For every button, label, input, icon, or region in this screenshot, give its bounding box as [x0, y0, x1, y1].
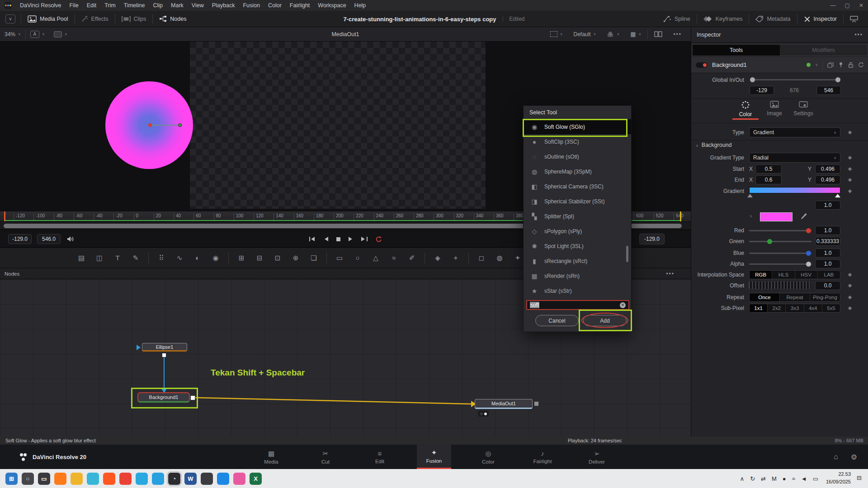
gradient-end-handle[interactable] — [178, 123, 182, 127]
resize-icon[interactable]: ⊡ — [272, 254, 283, 262]
menu-timeline[interactable]: Timeline — [124, 2, 145, 9]
menu-color[interactable]: Color — [268, 2, 282, 9]
lock-icon[interactable] — [848, 62, 854, 68]
node-output-connector[interactable] — [162, 353, 166, 357]
notifications-icon[interactable]: ⊟ — [857, 474, 862, 481]
metadata-button[interactable]: Metadata — [749, 11, 797, 27]
page-color[interactable]: ◎Color — [471, 445, 505, 469]
gradient-control-handle[interactable] — [150, 125, 180, 126]
tool-item-splitter-spl[interactable]: ▚Splitter (Spl) — [524, 209, 631, 224]
tab-tools[interactable]: Tools — [693, 45, 780, 56]
loop-button[interactable] — [375, 236, 382, 243]
keyframes-button[interactable]: Keyframes — [697, 11, 749, 27]
merge-3d-icon[interactable]: ◈ — [432, 254, 443, 262]
menu-fairlight[interactable]: Fairlight — [290, 2, 310, 9]
menu-file[interactable]: File — [69, 2, 78, 9]
color-curves-icon[interactable]: ∿ — [174, 254, 185, 262]
expander-chevron[interactable]: › — [750, 213, 752, 219]
play-reverse-button[interactable] — [323, 236, 329, 242]
gradient-start-handle[interactable] — [148, 123, 152, 127]
shape-3d-icon[interactable]: ◻ — [476, 254, 487, 262]
menu-mark[interactable]: Mark — [171, 2, 184, 9]
section-background[interactable]: ∨ Background — [696, 142, 732, 148]
stop-button[interactable] — [336, 237, 341, 242]
go-to-end-button[interactable] — [361, 236, 368, 242]
media-out-icon[interactable]: ◫ — [94, 254, 105, 262]
merge-icon[interactable]: ⊕ — [290, 254, 301, 262]
page-deliver[interactable]: ➢Deliver — [580, 445, 614, 469]
node-mediaout1[interactable]: MediaOut1 — [475, 399, 533, 409]
blue-knob[interactable] — [806, 251, 811, 256]
interp-rgb[interactable]: RGB — [750, 271, 772, 279]
page-fusion[interactable]: ✦Fusion — [417, 445, 451, 469]
panel-layout-button[interactable] — [844, 11, 864, 27]
sphere-3d-icon[interactable]: ◍ — [494, 254, 505, 262]
glow-icon[interactable]: ◉ — [210, 254, 221, 262]
subpixel-4x4[interactable]: 4x4 — [804, 304, 822, 312]
bspline-mask-icon[interactable]: ≈ — [388, 254, 399, 262]
keyframe-diamond-icon[interactable]: ◆ — [847, 294, 853, 300]
node-input-triangle[interactable] — [137, 345, 141, 350]
dialog-scrollbar[interactable] — [626, 246, 628, 262]
keyframe-diamond-icon[interactable]: ◆ — [847, 155, 853, 160]
offset-field[interactable]: 0.0 — [815, 281, 840, 290]
cancel-button[interactable]: Cancel — [535, 315, 579, 326]
crop-icon[interactable]: ⊟ — [254, 254, 265, 262]
range-end-knob[interactable] — [835, 77, 840, 82]
gradient-value-field[interactable]: 1.0 — [815, 201, 840, 210]
versions-icon[interactable] — [827, 62, 834, 68]
red-field[interactable]: 1.0 — [815, 226, 840, 235]
go-to-start-button[interactable] — [309, 236, 316, 242]
global-out-field[interactable]: 546 — [816, 86, 841, 95]
taskbar-clock[interactable]: 22.53 16/09/2025 — [819, 470, 851, 486]
subtab-image[interactable]: Image — [759, 100, 790, 117]
red-slider[interactable] — [749, 230, 811, 231]
menu-workspace[interactable]: Workspace — [318, 2, 346, 9]
taskbar-calculator-icon[interactable] — [201, 473, 213, 485]
dual-viewer-button[interactable] — [650, 31, 667, 37]
media-in-icon[interactable]: ▤ — [76, 254, 87, 262]
start-x-field[interactable]: 0.5 — [755, 164, 782, 174]
interp-hls[interactable]: HLS — [772, 271, 795, 279]
blue-field[interactable]: 1.0 — [815, 249, 840, 258]
keyframe-diamond-icon[interactable]: ◆ — [847, 272, 853, 277]
close-button[interactable]: ✕ — [859, 2, 863, 9]
zoom-select[interactable]: 34%∨ — [0, 31, 25, 38]
node-output-connector[interactable] — [534, 401, 539, 406]
tab-modifiers[interactable]: Modifiers — [780, 45, 867, 56]
keyframe-diamond-icon[interactable]: ◆ — [847, 305, 853, 311]
contrast-icon[interactable]: ◐ — [192, 254, 203, 262]
end-y-field[interactable]: 0.496 — [815, 175, 840, 184]
menu-clip[interactable]: Clip — [153, 2, 163, 9]
tray-expand-icon[interactable]: ∧ — [740, 475, 745, 482]
offset-slider[interactable] — [748, 281, 811, 289]
blue-slider[interactable] — [749, 253, 811, 254]
node-enable-toggle[interactable] — [696, 62, 708, 68]
paint-mask-icon[interactable]: ✐ — [406, 254, 417, 262]
layer-icon[interactable]: ❏ — [308, 254, 319, 262]
page-cut[interactable]: ✂Cut — [308, 445, 343, 469]
polygon-mask-icon[interactable]: △ — [370, 254, 381, 262]
taskbar-chrome-icon[interactable] — [119, 473, 132, 485]
gradient-stop-left[interactable] — [747, 194, 753, 197]
roi-select[interactable]: ∨ — [546, 31, 567, 37]
green-slider[interactable] — [749, 241, 811, 242]
nodes-options-menu[interactable]: ••• — [666, 271, 686, 277]
subtab-color[interactable]: Color — [730, 100, 761, 117]
page-fairlight[interactable]: ♪Fairlight — [525, 445, 560, 469]
channel-select[interactable]: A∨ — [26, 31, 49, 38]
alpha-field[interactable]: 1.0 — [815, 259, 840, 268]
menu-edit[interactable]: Edit — [87, 2, 97, 9]
keyframe-diamond-icon[interactable]: ◆ — [847, 282, 853, 288]
tray-wifi-icon[interactable]: ≈ — [792, 475, 795, 482]
effects-button[interactable]: Effects — [75, 11, 115, 27]
taskbar-telegram-icon[interactable] — [136, 473, 148, 485]
taskbar-brave-icon[interactable] — [103, 473, 115, 485]
tool-item-srender-srn[interactable]: ▦sRender (sRn) — [524, 268, 631, 283]
tool-item-spherical-stabilizer-sst[interactable]: ◨Spherical Stabilizer (SSt) — [524, 194, 631, 209]
rectangle-mask-icon[interactable]: ▭ — [334, 254, 345, 262]
chevron-down-icon[interactable]: ∨ — [815, 63, 818, 67]
taskbar-excel-icon[interactable]: X — [250, 473, 262, 485]
menu-view[interactable]: View — [192, 2, 204, 9]
tool-item-srectangle-srct[interactable]: ▮sRectangle (sRct) — [524, 253, 631, 268]
